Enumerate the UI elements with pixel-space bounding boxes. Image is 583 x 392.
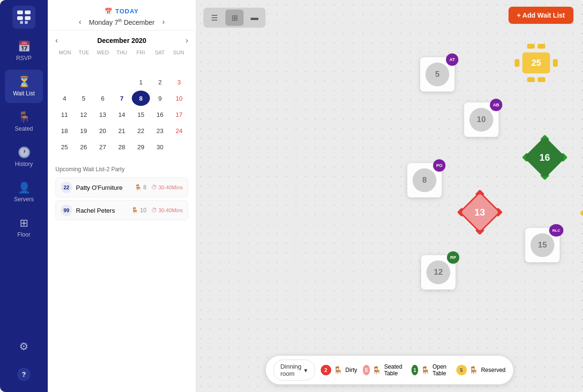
next-date-button[interactable]: › bbox=[160, 18, 167, 26]
svg-rect-4 bbox=[20, 21, 23, 24]
sidebar-item-waitlist-label: Wait List bbox=[13, 90, 35, 97]
sidebar-item-floor[interactable]: ⊞ Floor bbox=[5, 211, 43, 244]
servers-icon: 👤 bbox=[18, 182, 31, 194]
reserved-icon: 🪑 bbox=[469, 366, 478, 375]
calendar-icon: 📅 bbox=[105, 8, 112, 15]
toolbar-list-button[interactable]: ⊞ bbox=[225, 10, 244, 26]
legend-seated: 5 🪑 Seated Table bbox=[363, 363, 406, 377]
chairs-1: 🪑 10 bbox=[131, 207, 146, 214]
legend-open: 1 🪑 Open Table bbox=[412, 363, 450, 377]
sidebar-item-settings[interactable]: ⚙ bbox=[5, 335, 43, 359]
legend-reserved: 5 🪑 Reserved bbox=[456, 365, 505, 375]
today-label: TODAY bbox=[115, 8, 138, 15]
table-25[interactable]: 25 bbox=[515, 44, 558, 82]
sidebar-item-waitlist[interactable]: ⏳ Wait List bbox=[5, 70, 43, 103]
calendar-header: ‹ December 2020 › bbox=[55, 36, 188, 45]
open-icon: 🪑 bbox=[421, 366, 430, 375]
day-headers: MON TUE WED THU FRI SAT SUN bbox=[55, 50, 188, 55]
rsvp-icon: 📅 bbox=[18, 41, 31, 53]
seated-count: 5 bbox=[363, 365, 370, 375]
waitlist-title: Upcoming Wait List-2 Party bbox=[55, 166, 188, 173]
sidebar-item-floor-label: Floor bbox=[17, 231, 30, 238]
sidebar: 📅 RSVP ⏳ Wait List 🪑 Seated 🕐 History 👤 … bbox=[0, 0, 48, 392]
dirty-icon: 🪑 bbox=[333, 366, 343, 375]
table-15[interactable]: 15 RLC bbox=[525, 228, 560, 262]
settings-icon: ⚙ bbox=[19, 340, 29, 353]
prev-date-button[interactable]: ‹ bbox=[77, 18, 83, 26]
sidebar-item-help[interactable]: ? bbox=[5, 362, 43, 386]
svg-rect-0 bbox=[17, 10, 23, 14]
sidebar-item-history-label: History bbox=[15, 161, 32, 167]
table-16[interactable]: 16 bbox=[523, 136, 566, 179]
current-date: Monday 7th December bbox=[89, 18, 155, 26]
sidebar-item-servers[interactable]: 👤 Servers bbox=[5, 175, 43, 209]
reserved-count: 5 bbox=[456, 365, 466, 375]
sidebar-item-seated[interactable]: 🪑 Seated bbox=[5, 105, 43, 138]
date-nav: ‹ Monday 7th December › bbox=[77, 18, 167, 26]
today-button[interactable]: 📅 TODAY bbox=[105, 8, 138, 15]
waitlist-name-1: Rachel Peters bbox=[76, 207, 127, 214]
toolbar-layout-button[interactable]: ▬ bbox=[245, 10, 264, 26]
svg-rect-3 bbox=[25, 16, 31, 20]
add-wait-list-button[interactable]: + Add Wait List bbox=[509, 7, 573, 24]
calendar-month-year: December 2020 bbox=[97, 37, 147, 44]
calendar: ‹ December 2020 › MON TUE WED THU FRI SA… bbox=[48, 31, 196, 160]
dirty-count: 2 bbox=[320, 365, 331, 375]
calendar-next-button[interactable]: › bbox=[186, 36, 188, 45]
table-10[interactable]: 10 AB bbox=[464, 103, 498, 137]
floor-legend: Dinning room ▾ 2 🪑 Dirty 5 🪑 Seated Tabl… bbox=[265, 356, 513, 384]
waitlist-icon: ⏳ bbox=[18, 76, 31, 88]
waitlist-name-0: Patty O'Furniture bbox=[76, 184, 131, 191]
open-count: 1 bbox=[412, 365, 418, 375]
sidebar-item-rsvp-label: RSVP bbox=[16, 55, 32, 62]
legend-dirty: 2 🪑 Dirty bbox=[320, 365, 357, 375]
main-area: ☰ ⊞ ▬ + Add Wait List 5 AT 10 bbox=[196, 0, 583, 392]
sidebar-item-rsvp[interactable]: 📅 RSVP bbox=[5, 34, 43, 68]
room-select[interactable]: Dinning room ▾ bbox=[273, 360, 315, 381]
svg-rect-1 bbox=[25, 10, 31, 14]
waitlist-item-0[interactable]: 22 Patty O'Furniture 🪑 8 ⏱ 30-40Mins bbox=[55, 177, 188, 197]
timer-0: ⏱ 30-40Mins bbox=[151, 184, 183, 191]
waitlist-num-1: 99 bbox=[61, 205, 72, 216]
table-13[interactable]: 13 bbox=[458, 191, 501, 234]
calendar-prev-button[interactable]: ‹ bbox=[55, 36, 58, 45]
sidebar-item-seated-label: Seated bbox=[15, 125, 33, 132]
floor-icon: ⊞ bbox=[20, 217, 28, 229]
main-toolbar: ☰ ⊞ ▬ bbox=[203, 8, 265, 28]
toolbar-menu-button[interactable]: ☰ bbox=[205, 10, 223, 26]
chairs-0: 🪑 8 bbox=[135, 184, 147, 191]
waitlist-item-1[interactable]: 99 Rachel Peters 🪑 10 ⏱ 30-40Mins bbox=[55, 200, 188, 220]
svg-rect-5 bbox=[25, 21, 28, 24]
chevron-down-icon: ▾ bbox=[304, 367, 307, 374]
help-icon: ? bbox=[17, 368, 31, 381]
waitlist-section: Upcoming Wait List-2 Party 22 Patty O'Fu… bbox=[48, 160, 196, 392]
seated-icon: 🪑 bbox=[18, 111, 31, 124]
date-header: 📅 TODAY ‹ Monday 7th December › bbox=[48, 0, 196, 31]
history-icon: 🕐 bbox=[18, 146, 31, 159]
timer-1: ⏱ 30-40Mins bbox=[151, 207, 183, 214]
table-12[interactable]: 12 RP bbox=[421, 255, 456, 289]
waitlist-meta-0: 🪑 8 ⏱ 30-40Mins bbox=[135, 184, 183, 191]
waitlist-meta-1: 🪑 10 ⏱ 30-40Mins bbox=[131, 207, 183, 214]
svg-rect-2 bbox=[17, 16, 23, 20]
sidebar-item-history[interactable]: 🕐 History bbox=[5, 140, 43, 174]
floor-canvas: 5 AT 10 AB bbox=[196, 0, 583, 392]
seated-icon: 🪑 bbox=[372, 366, 382, 375]
table-5[interactable]: 5 AT bbox=[420, 57, 455, 92]
app-logo bbox=[12, 6, 35, 29]
sidebar-item-servers-label: Servers bbox=[14, 196, 33, 203]
waitlist-num-0: 22 bbox=[61, 182, 72, 193]
table-8[interactable]: 8 PO bbox=[407, 163, 442, 197]
calendar-grid: MON TUE WED THU FRI SAT SUN bbox=[55, 50, 188, 155]
calendar-days: 1 2 3 4 5 6 7 8 9 10 11 12 13 14 15 16 1… bbox=[55, 58, 188, 155]
sidebar-bottom: ⚙ ? bbox=[5, 335, 43, 386]
left-panel: 📅 TODAY ‹ Monday 7th December › ‹ Decemb… bbox=[48, 0, 196, 392]
